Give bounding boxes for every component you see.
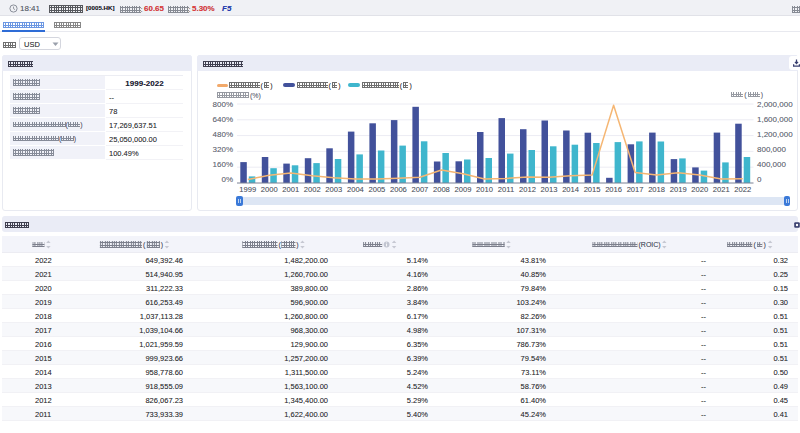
svg-text:2007: 2007 [411,185,428,194]
svg-text:2005: 2005 [368,185,385,194]
svg-text:2011: 2011 [498,185,514,194]
svg-text:2014: 2014 [562,185,579,194]
svg-text:1999: 1999 [239,185,256,194]
svg-text:400,000: 400,000 [757,160,786,169]
svg-text:2001: 2001 [282,185,299,194]
svg-text:2003: 2003 [325,185,342,194]
svg-text:2012: 2012 [519,185,536,194]
svg-text:2020: 2020 [691,185,708,194]
svg-text:640%: 640% [213,115,233,124]
svg-text:2019: 2019 [670,185,687,194]
svg-text:1,600,000: 1,600,000 [757,115,793,124]
svg-text:2006: 2006 [390,185,407,194]
svg-text:2009: 2009 [455,185,472,194]
svg-text:2018: 2018 [648,185,665,194]
svg-text:2017: 2017 [627,185,644,194]
svg-text:2002: 2002 [304,185,321,194]
svg-text:2004: 2004 [347,185,364,194]
svg-text:0: 0 [757,175,762,184]
svg-text:320%: 320% [213,145,233,154]
svg-text:2000: 2000 [261,185,278,194]
svg-text:160%: 160% [213,160,233,169]
svg-text:2015: 2015 [584,185,601,194]
svg-text:800,000: 800,000 [757,145,786,154]
svg-text:2022: 2022 [734,185,751,194]
svg-text:2010: 2010 [476,185,493,194]
svg-text:2013: 2013 [541,185,558,194]
svg-text:800%: 800% [213,100,233,109]
svg-text:0%: 0% [221,175,233,184]
svg-text:2,000,000: 2,000,000 [757,100,793,109]
svg-text:1,200,000: 1,200,000 [757,130,793,139]
svg-text:480%: 480% [213,130,233,139]
svg-text:2016: 2016 [605,185,622,194]
svg-text:2008: 2008 [433,185,450,194]
svg-text:2021: 2021 [713,185,730,194]
